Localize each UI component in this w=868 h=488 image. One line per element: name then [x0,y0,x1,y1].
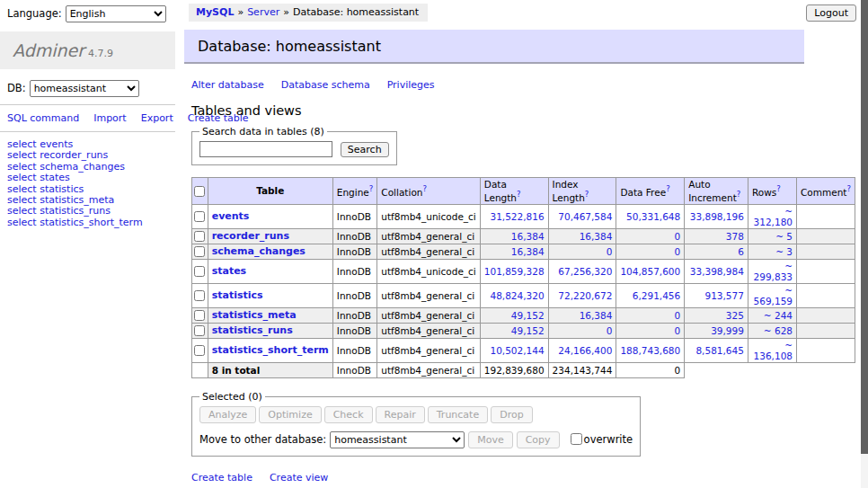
index-length-link[interactable]: 16,384 [580,310,613,321]
move-button[interactable]: Move [468,431,513,448]
check-button[interactable]: Check [324,406,373,423]
data-free-link[interactable]: 6,291,456 [633,290,680,301]
table-link-events[interactable]: events [40,138,73,150]
data-free-link[interactable]: 0 [675,246,681,257]
rows-link[interactable]: ~ 569,159 [754,285,793,306]
data-length-link[interactable]: 16,384 [511,231,545,242]
auto-increment-link[interactable]: 33,898,196 [690,211,744,222]
rows-link[interactable]: ~ 3 [775,246,793,257]
table-name-link[interactable]: recorder_runs [212,230,289,242]
help-icon[interactable]: ? [585,190,589,199]
select-link-statistics_meta[interactable]: select [7,194,37,206]
table-link-statistics[interactable]: statistics [40,183,84,195]
search-input[interactable] [199,141,332,157]
help-icon[interactable]: ? [666,184,670,193]
analyze-button[interactable]: Analyze [199,406,256,423]
data-free-link[interactable]: 0 [675,231,681,242]
link-database-schema[interactable]: Database schema [281,79,370,91]
link-alter-database[interactable]: Alter database [191,79,264,91]
table-name-link[interactable]: statistics_meta [212,309,297,321]
link-privileges[interactable]: Privileges [387,79,435,91]
repair-button[interactable]: Repair [376,406,425,423]
truncate-button[interactable]: Truncate [428,406,488,423]
table-link-schema_changes[interactable]: schema_changes [40,161,125,173]
sidebar-action-import[interactable]: Import [93,112,127,124]
breadcrumb-mysql-link[interactable]: MySQL [196,6,234,18]
scrollbar-thumb[interactable] [861,0,868,454]
row-checkbox[interactable] [194,246,205,257]
help-icon[interactable]: ? [369,184,374,193]
data-length-link[interactable]: 16,384 [511,246,545,257]
help-icon[interactable]: ? [422,184,427,193]
auto-increment-link[interactable]: 33,398,984 [690,266,744,277]
move-database-select[interactable]: homeassistant [330,431,465,448]
table-name-link[interactable]: events [212,210,250,222]
table-link-statistics_short_term[interactable]: statistics_short_term [40,217,142,228]
index-length-link[interactable]: 70,467,584 [558,211,612,222]
rows-link[interactable]: ~ 299,833 [754,261,793,282]
copy-button[interactable]: Copy [517,431,560,448]
table-link-statistics_runs[interactable]: statistics_runs [40,205,111,217]
link-create-view[interactable]: Create view [270,472,328,484]
select-link-statistics_runs[interactable]: select [7,205,37,217]
index-length-link[interactable]: 0 [607,246,613,257]
help-icon[interactable]: ? [737,190,741,199]
select-link-recorder_runs[interactable]: select [7,149,37,161]
rows-link[interactable]: ~ 312,180 [754,206,793,227]
data-length-link[interactable]: 49,152 [511,325,545,336]
sidebar-action-sql-command[interactable]: SQL command [7,112,79,124]
index-length-link[interactable]: 16,384 [580,231,613,242]
data-free-link[interactable]: 50,331,648 [626,211,680,222]
data-length-link[interactable]: 10,502,144 [490,345,544,356]
data-length-link[interactable]: 31,522,816 [490,211,544,222]
overwrite-checkbox[interactable] [571,433,582,445]
table-name-link[interactable]: states [212,265,247,277]
data-free-link[interactable]: 188,743,680 [620,345,680,356]
table-name-link[interactable]: statistics_runs [212,324,293,336]
drop-button[interactable]: Drop [491,406,532,423]
select-link-events[interactable]: select [7,138,37,150]
link-create-table[interactable]: Create table [191,472,252,484]
table-name-link[interactable]: schema_changes [212,245,306,257]
table-link-states[interactable]: states [40,172,70,183]
row-checkbox[interactable] [194,266,205,277]
breadcrumb-server-link[interactable]: Server [247,6,279,18]
row-checkbox[interactable] [194,310,205,321]
language-select[interactable]: English [66,5,166,22]
row-checkbox[interactable] [194,325,205,336]
scrollbar-track[interactable] [861,0,868,488]
table-link-statistics_meta[interactable]: statistics_meta [40,194,114,206]
rows-link[interactable]: ~ 628 [764,325,793,336]
select-all-checkbox[interactable] [194,186,205,197]
data-length-link[interactable]: 48,824,320 [490,290,544,301]
auto-increment-link[interactable]: 8,581,645 [695,345,743,356]
help-icon[interactable]: ? [517,190,521,199]
select-link-schema_changes[interactable]: select [7,161,37,173]
rows-link[interactable]: ~ 136,108 [754,340,793,361]
data-length-link[interactable]: 101,859,328 [484,266,545,277]
select-link-statistics[interactable]: select [7,183,37,195]
data-free-link[interactable]: 104,857,600 [620,266,680,277]
index-length-link[interactable]: 72,220,672 [558,290,612,301]
row-checkbox[interactable] [194,211,205,222]
row-checkbox[interactable] [194,290,205,301]
optimize-button[interactable]: Optimize [259,406,321,423]
table-name-link[interactable]: statistics [212,289,263,301]
row-checkbox[interactable] [194,345,205,356]
data-free-link[interactable]: 0 [675,325,681,336]
data-free-link[interactable]: 0 [675,310,681,321]
auto-increment-link[interactable]: 39,999 [711,325,744,336]
index-length-link[interactable]: 0 [607,325,613,336]
select-link-statistics_short_term[interactable]: select [7,217,37,228]
row-checkbox[interactable] [194,231,205,242]
table-name-link[interactable]: statistics_short_term [212,344,329,356]
search-button[interactable]: Search [341,142,389,157]
auto-increment-link[interactable]: 913,577 [704,290,743,301]
sidebar-action-export[interactable]: Export [141,112,173,124]
table-link-recorder_runs[interactable]: recorder_runs [40,149,108,161]
help-icon[interactable]: ? [776,184,781,193]
index-length-link[interactable]: 67,256,320 [558,266,612,277]
auto-increment-link[interactable]: 378 [726,231,744,242]
index-length-link[interactable]: 24,166,400 [558,345,612,356]
rows-link[interactable]: ~ 5 [775,231,793,242]
